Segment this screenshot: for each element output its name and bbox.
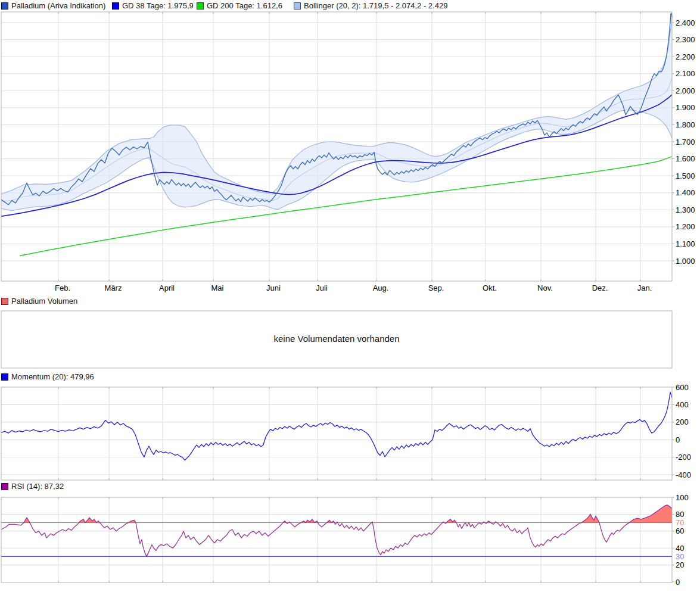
rsi-overbought-fill [629, 505, 672, 523]
y-axis-label: 1.800 [676, 120, 695, 129]
y-axis-label: 0 [676, 435, 680, 444]
rsi-line [1, 505, 672, 557]
gd200-swatch-icon [197, 2, 204, 10]
rsi-legend-item: RSI (14): 87,32 [1, 482, 64, 491]
main-price-panel [1, 12, 674, 281]
y-axis-label: 2.200 [676, 52, 695, 61]
momentum-legend: Momentum (20): 479,96 [0, 372, 700, 382]
palladium-volumen-swatch-icon [1, 298, 8, 305]
rsi-legend: RSI (14): 87,32 [0, 482, 700, 491]
bollinger-band-fill [1, 17, 672, 210]
x-axis-month-label: Dez. [592, 283, 608, 292]
y-axis-label: 1.600 [676, 154, 695, 163]
y-axis-label: 1.700 [676, 138, 695, 147]
y-axis-label: 100 [676, 493, 689, 502]
palladium-volumen-legend-label: Palladium Volumen [11, 297, 77, 306]
chart-widget: 2.4002.3002.2002.1002.0001.9001.8001.700… [0, 0, 700, 592]
x-axis-month-label: Juni [266, 283, 281, 292]
momentum-legend-label: Momentum (20): 479,96 [11, 372, 94, 381]
y-axis-label: 2.100 [676, 69, 695, 78]
volume-empty-message: keine Volumendaten vorhanden [1, 334, 672, 344]
y-axis-label: 1.100 [676, 239, 695, 248]
y-axis-label: 60 [676, 526, 684, 535]
y-axis-label: 200 [676, 417, 689, 426]
y-axis-label: 0 [676, 578, 680, 587]
gd38-legend-item: GD 38 Tage: 1.975,9 [112, 1, 194, 10]
x-axis-month-label: Sep. [428, 283, 444, 292]
charts-canvas: 2.4002.3002.2002.1002.0001.9001.8001.700… [0, 0, 700, 592]
momentum-swatch-icon [1, 373, 8, 381]
rsi-panel [1, 497, 674, 582]
momentum-line [1, 392, 672, 460]
momentum-panel-border [1, 387, 672, 480]
palladium-legend-label: Palladium (Ariva Indikation) [11, 1, 105, 10]
x-axis-month-label: Juli [316, 283, 328, 292]
rsi-level-label: 70 [676, 518, 684, 527]
x-axis-month-label: April [159, 283, 175, 292]
y-axis-label: -400 [676, 471, 691, 479]
rsi-legend-label: RSI (14): 87,32 [11, 482, 64, 491]
palladium-volumen-legend-item: Palladium Volumen [1, 297, 77, 306]
x-axis-month-label: Nov. [537, 283, 553, 292]
y-axis-label: 1.400 [676, 188, 695, 197]
y-axis-label: 2.400 [676, 18, 695, 27]
palladium-legend-item: Palladium (Ariva Indikation) [1, 1, 105, 10]
x-axis-month-label: Okt. [483, 283, 497, 292]
y-axis-label: 400 [676, 400, 689, 409]
x-axis-month-label: Mai [211, 283, 224, 292]
rsi-overbought-fill [581, 514, 599, 522]
y-axis-label: 40 [676, 544, 684, 553]
x-axis-month-label: Jan. [637, 283, 652, 292]
rsi-panel-border [1, 497, 672, 582]
y-axis-label: 1.200 [676, 222, 695, 231]
x-axis-month-label: Aug. [373, 283, 389, 292]
y-axis-label: 1.000 [676, 257, 695, 266]
gd200-legend-label: GD 200 Tage: 1.612,6 [207, 1, 282, 10]
gd38-legend-label: GD 38 Tage: 1.975,9 [122, 1, 194, 10]
y-axis-label: 2.300 [676, 35, 695, 44]
rsi-swatch-icon [1, 483, 8, 490]
gd38-swatch-icon [112, 2, 119, 10]
y-axis-label: 20 [676, 560, 684, 569]
x-axis-month-label: Feb. [55, 283, 70, 292]
y-axis-label: 2.000 [676, 86, 695, 95]
gd200-legend-item: GD 200 Tage: 1.612,6 [197, 1, 282, 10]
momentum-panel [1, 387, 674, 480]
palladium-swatch-icon [1, 2, 8, 10]
y-axis-label: 80 [676, 510, 684, 519]
y-axis-label: -200 [676, 453, 691, 462]
bollinger-swatch-icon [294, 2, 301, 10]
momentum-legend-item: Momentum (20): 479,96 [1, 372, 94, 381]
price-legend: Palladium (Ariva Indikation)GD 38 Tage: … [0, 1, 700, 11]
y-axis-label: 1.500 [676, 172, 695, 180]
y-axis-label: 600 [676, 383, 689, 392]
bollinger-legend-label: Bollinger (20, 2): 1.719,5 - 2.074,2 - 2… [304, 1, 447, 10]
volume-legend: Palladium Volumen [0, 297, 700, 306]
y-axis-label: 1.900 [676, 103, 695, 112]
bollinger-legend-item: Bollinger (20, 2): 1.719,5 - 2.074,2 - 2… [294, 1, 447, 10]
y-axis-label: 1.300 [676, 205, 695, 214]
x-axis-month-label: März [105, 283, 122, 292]
rsi-level-label: 30 [676, 552, 684, 561]
